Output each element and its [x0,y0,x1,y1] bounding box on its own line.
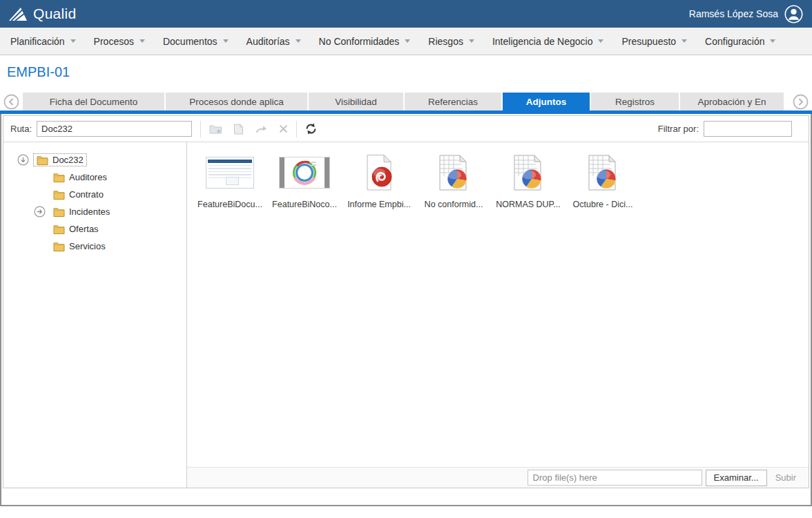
folder-icon [37,155,48,165]
chevron-down-icon [405,39,410,43]
tree-node-incidentes[interactable]: Incidentes [34,203,182,220]
redo-button[interactable] [255,124,268,134]
tabs: Ficha del Documento Procesos donde aplic… [23,93,789,111]
tree-node-auditores[interactable]: Auditores [34,169,182,186]
file-item-no-conformid[interactable]: No conformid... [416,151,491,209]
nav-item-presupuesto[interactable]: Presupuesto [612,36,696,47]
tree-node-servicios[interactable]: Servicios [34,238,182,255]
collapse-arrow-icon[interactable] [17,154,29,166]
tab-adjuntos[interactable]: Adjuntos [503,93,590,111]
file-item-octubre-dici[interactable]: Octubre - Dici... [566,151,640,209]
nav-item-riesgos[interactable]: Riesgos [419,36,483,47]
ruta-label: Ruta: [10,124,32,134]
file-name: No conformid... [425,200,483,209]
new-folder-button[interactable] [209,124,222,135]
upload-bar: Examinar... Subir [187,467,809,488]
chevron-down-icon [296,39,301,43]
nav-item-configuracion[interactable]: Configuración [696,36,784,47]
nav-item-label: Configuración [705,36,764,47]
folder-icon [53,190,65,200]
refresh-button[interactable] [305,123,317,135]
folder-icon [53,224,65,234]
file-item-featurebidocu[interactable]: FeatureBiDocu... [193,151,267,209]
main-nav: Planificación Procesos Documentos Audito… [0,28,812,55]
rings-chart-thumbnail [279,151,330,195]
nav-item-label: Planificación [10,36,65,47]
nav-item-label: No Conformidades [319,36,400,47]
tree-node-doc232[interactable]: Doc232 [17,151,182,169]
refresh-icon [305,123,317,135]
nav-item-label: Procesos [94,36,134,47]
chevron-down-icon [70,39,76,43]
chevron-down-icon [598,39,603,43]
redo-arrow-icon [255,124,268,134]
nav-item-procesos[interactable]: Procesos [85,36,154,47]
nav-item-planificacion[interactable]: Planificación [1,36,85,47]
tree-node-label: Servicios [69,241,106,251]
tab-procesos-donde-aplica[interactable]: Procesos donde aplica [166,93,307,111]
file-item-normas-dup[interactable]: NORMAS DUP... [491,151,566,209]
open-file-button[interactable] [233,124,244,135]
pdf-file-icon [365,151,394,195]
files-grid: FeatureBiDocu... [187,142,809,467]
new-folder-icon [209,124,222,135]
nav-item-inteligencia-de-negocio[interactable]: Inteligencia de Negocio [483,36,613,47]
webpage-screenshot-thumbnail [206,151,254,195]
file-manager-toolbar: Ruta: [3,116,809,142]
tab-visibilidad[interactable]: Visibilidad [309,93,403,111]
user-area[interactable]: Ramsés López Sosa [689,5,803,23]
tree-node-selected[interactable]: Doc232 [33,153,87,166]
tab-scroll-right-button[interactable] [793,94,809,110]
tree-node-ofertas[interactable]: Ofertas [34,220,182,238]
nav-item-label: Inteligencia de Negocio [492,36,593,47]
nav-item-documentos[interactable]: Documentos [154,36,238,47]
tab-registros[interactable]: Registros [591,93,679,111]
filter-input[interactable] [704,121,792,137]
tree-node-label: Doc232 [52,155,84,165]
arrow-left-circle-icon [3,94,19,110]
user-name: Ramsés López Sosa [689,8,778,19]
expand-arrow-icon[interactable] [34,206,46,218]
avatar-icon[interactable] [784,5,803,23]
arrow-right-circle-icon [793,94,809,110]
spreadsheet-pie-file-icon [512,151,544,195]
app-header: Qualid Ramsés López Sosa [0,0,812,28]
tab-scroll-left-button[interactable] [3,94,19,110]
tab-ficha-del-documento[interactable]: Ficha del Documento [23,93,164,111]
nav-item-auditorias[interactable]: Auditorías [238,36,310,47]
toolbar-separator [200,121,201,137]
filter-area: Filtrar por: [658,121,792,137]
chevron-down-icon [469,39,474,43]
tree-node-label: Auditores [69,172,107,182]
delete-x-icon [279,124,288,133]
browse-button[interactable]: Examinar... [706,470,767,486]
tab-aprobacion-y-entrega[interactable]: Aprobación y En [680,93,784,111]
brand-name: Qualid [33,6,77,22]
ruta-input[interactable] [37,121,192,137]
file-item-featurebinoco[interactable]: FeatureBiNoco... [267,151,342,209]
upload-drop-input[interactable] [528,470,702,486]
folder-icon [53,173,65,182]
file-item-informe-empbi[interactable]: Informe Empbi... [342,151,416,209]
tab-strip: Ficha del Documento Procesos donde aplic… [0,93,812,111]
toolbar-separator [296,121,297,137]
tree-node-label: Contrato [69,189,104,200]
upload-submit[interactable]: Subir [775,472,796,483]
nav-item-label: Documentos [163,36,218,47]
file-name: NORMAS DUP... [496,200,561,209]
qualid-logo-icon [9,6,28,21]
files-panel: FeatureBiDocu... [187,142,809,488]
tree-children: Auditores Contrato [34,169,182,255]
tree-node-contrato[interactable]: Contrato [34,186,182,203]
folder-icon [53,242,65,251]
tab-referencias[interactable]: Referencias [405,93,501,111]
file-name: Octubre - Dici... [573,200,633,209]
file-name: FeatureBiDocu... [197,200,262,209]
chevron-down-icon [139,39,145,43]
chevron-down-icon [223,39,229,43]
file-icon [233,124,244,135]
nav-item-no-conformidades[interactable]: No Conformidades [310,36,420,47]
chevron-down-icon [770,39,775,43]
delete-button[interactable] [279,124,288,133]
spreadsheet-pie-file-icon [587,151,619,195]
